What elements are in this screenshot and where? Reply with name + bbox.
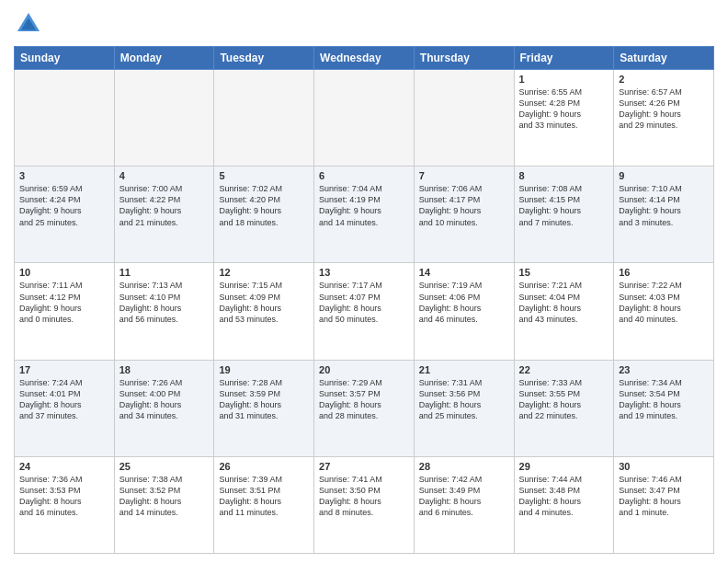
day-info: Sunrise: 7:46 AM Sunset: 3:47 PM Dayligh… bbox=[619, 474, 709, 519]
day-number: 21 bbox=[419, 364, 509, 375]
day-info: Sunrise: 7:29 AM Sunset: 3:57 PM Dayligh… bbox=[319, 377, 409, 422]
day-info: Sunrise: 7:41 AM Sunset: 3:50 PM Dayligh… bbox=[319, 474, 409, 519]
calendar-cell: 12Sunrise: 7:15 AM Sunset: 4:09 PM Dayli… bbox=[214, 263, 314, 360]
calendar-cell: 5Sunrise: 7:02 AM Sunset: 4:20 PM Daylig… bbox=[214, 167, 314, 263]
calendar-cell: 26Sunrise: 7:39 AM Sunset: 3:51 PM Dayli… bbox=[214, 456, 314, 553]
week-row-2: 3Sunrise: 6:59 AM Sunset: 4:24 PM Daylig… bbox=[15, 167, 714, 263]
day-number: 14 bbox=[419, 267, 509, 278]
day-number: 22 bbox=[519, 364, 609, 375]
day-number: 15 bbox=[519, 267, 609, 278]
weekday-header-friday: Friday bbox=[514, 47, 614, 70]
calendar-cell bbox=[114, 70, 214, 167]
calendar-cell: 30Sunrise: 7:46 AM Sunset: 3:47 PM Dayli… bbox=[614, 456, 714, 553]
calendar-cell: 19Sunrise: 7:28 AM Sunset: 3:59 PM Dayli… bbox=[214, 360, 314, 456]
day-number: 12 bbox=[219, 267, 309, 278]
day-info: Sunrise: 7:02 AM Sunset: 4:20 PM Dayligh… bbox=[219, 183, 309, 228]
calendar-cell: 8Sunrise: 7:08 AM Sunset: 4:15 PM Daylig… bbox=[514, 167, 614, 263]
day-info: Sunrise: 7:17 AM Sunset: 4:07 PM Dayligh… bbox=[319, 280, 409, 325]
day-number: 29 bbox=[519, 461, 609, 472]
day-number: 11 bbox=[119, 267, 210, 278]
calendar-cell: 21Sunrise: 7:31 AM Sunset: 3:56 PM Dayli… bbox=[414, 360, 514, 456]
day-number: 20 bbox=[319, 364, 409, 375]
calendar-cell: 28Sunrise: 7:42 AM Sunset: 3:49 PM Dayli… bbox=[414, 456, 514, 553]
week-row-4: 17Sunrise: 7:24 AM Sunset: 4:01 PM Dayli… bbox=[15, 360, 714, 456]
day-info: Sunrise: 7:26 AM Sunset: 4:00 PM Dayligh… bbox=[119, 377, 210, 422]
calendar-cell: 10Sunrise: 7:11 AM Sunset: 4:12 PM Dayli… bbox=[15, 263, 115, 360]
calendar-cell bbox=[414, 70, 514, 167]
day-info: Sunrise: 6:59 AM Sunset: 4:24 PM Dayligh… bbox=[19, 183, 109, 228]
calendar-header: SundayMondayTuesdayWednesdayThursdayFrid… bbox=[15, 47, 714, 70]
day-number: 2 bbox=[619, 74, 709, 85]
calendar-cell: 9Sunrise: 7:10 AM Sunset: 4:14 PM Daylig… bbox=[614, 167, 714, 263]
week-row-1: 1Sunrise: 6:55 AM Sunset: 4:28 PM Daylig… bbox=[15, 70, 714, 167]
day-number: 28 bbox=[419, 461, 509, 472]
day-info: Sunrise: 7:10 AM Sunset: 4:14 PM Dayligh… bbox=[619, 183, 709, 228]
day-number: 1 bbox=[519, 74, 609, 85]
calendar-cell: 13Sunrise: 7:17 AM Sunset: 4:07 PM Dayli… bbox=[314, 263, 415, 360]
day-number: 8 bbox=[519, 170, 609, 181]
calendar-body: 1Sunrise: 6:55 AM Sunset: 4:28 PM Daylig… bbox=[15, 70, 714, 554]
day-info: Sunrise: 7:11 AM Sunset: 4:12 PM Dayligh… bbox=[19, 280, 109, 325]
calendar-cell: 17Sunrise: 7:24 AM Sunset: 4:01 PM Dayli… bbox=[15, 360, 115, 456]
calendar-cell: 25Sunrise: 7:38 AM Sunset: 3:52 PM Dayli… bbox=[114, 456, 214, 553]
logo bbox=[14, 9, 47, 39]
day-info: Sunrise: 7:38 AM Sunset: 3:52 PM Dayligh… bbox=[119, 474, 210, 519]
calendar-cell: 27Sunrise: 7:41 AM Sunset: 3:50 PM Dayli… bbox=[314, 456, 415, 553]
calendar-cell: 2Sunrise: 6:57 AM Sunset: 4:26 PM Daylig… bbox=[614, 70, 714, 167]
weekday-header-thursday: Thursday bbox=[414, 47, 514, 70]
calendar-cell: 16Sunrise: 7:22 AM Sunset: 4:03 PM Dayli… bbox=[614, 263, 714, 360]
weekday-header-sunday: Sunday bbox=[15, 47, 115, 70]
calendar-cell: 29Sunrise: 7:44 AM Sunset: 3:48 PM Dayli… bbox=[514, 456, 614, 553]
day-info: Sunrise: 6:57 AM Sunset: 4:26 PM Dayligh… bbox=[619, 86, 709, 132]
calendar-cell bbox=[214, 70, 314, 167]
day-info: Sunrise: 7:22 AM Sunset: 4:03 PM Dayligh… bbox=[619, 280, 709, 325]
calendar-cell: 23Sunrise: 7:34 AM Sunset: 3:54 PM Dayli… bbox=[614, 360, 714, 456]
calendar-cell bbox=[314, 70, 415, 167]
day-number: 19 bbox=[219, 364, 309, 375]
day-number: 27 bbox=[319, 461, 409, 472]
calendar-cell: 20Sunrise: 7:29 AM Sunset: 3:57 PM Dayli… bbox=[314, 360, 415, 456]
calendar-cell: 11Sunrise: 7:13 AM Sunset: 4:10 PM Dayli… bbox=[114, 263, 214, 360]
day-number: 16 bbox=[619, 267, 709, 278]
weekday-header-wednesday: Wednesday bbox=[314, 47, 415, 70]
calendar-cell: 3Sunrise: 6:59 AM Sunset: 4:24 PM Daylig… bbox=[15, 167, 115, 263]
day-number: 7 bbox=[419, 170, 509, 181]
day-info: Sunrise: 7:13 AM Sunset: 4:10 PM Dayligh… bbox=[119, 280, 210, 325]
day-number: 18 bbox=[119, 364, 210, 375]
header bbox=[14, 9, 714, 39]
day-info: Sunrise: 7:39 AM Sunset: 3:51 PM Dayligh… bbox=[219, 474, 309, 519]
calendar-cell: 24Sunrise: 7:36 AM Sunset: 3:53 PM Dayli… bbox=[15, 456, 115, 553]
day-info: Sunrise: 7:42 AM Sunset: 3:49 PM Dayligh… bbox=[419, 474, 509, 519]
calendar-cell: 18Sunrise: 7:26 AM Sunset: 4:00 PM Dayli… bbox=[114, 360, 214, 456]
day-number: 26 bbox=[219, 461, 309, 472]
day-info: Sunrise: 7:19 AM Sunset: 4:06 PM Dayligh… bbox=[419, 280, 509, 325]
calendar-cell bbox=[15, 70, 115, 167]
day-number: 5 bbox=[219, 170, 309, 181]
day-info: Sunrise: 7:15 AM Sunset: 4:09 PM Dayligh… bbox=[219, 280, 309, 325]
day-info: Sunrise: 7:36 AM Sunset: 3:53 PM Dayligh… bbox=[19, 474, 109, 519]
day-info: Sunrise: 7:04 AM Sunset: 4:19 PM Dayligh… bbox=[319, 183, 409, 228]
day-number: 17 bbox=[19, 364, 109, 375]
weekday-header-tuesday: Tuesday bbox=[214, 47, 314, 70]
day-number: 30 bbox=[619, 461, 709, 472]
day-number: 24 bbox=[19, 461, 109, 472]
day-info: Sunrise: 7:21 AM Sunset: 4:04 PM Dayligh… bbox=[519, 280, 609, 325]
day-number: 3 bbox=[19, 170, 109, 181]
day-info: Sunrise: 7:06 AM Sunset: 4:17 PM Dayligh… bbox=[419, 183, 509, 228]
day-number: 25 bbox=[119, 461, 210, 472]
day-number: 10 bbox=[19, 267, 109, 278]
day-info: Sunrise: 7:00 AM Sunset: 4:22 PM Dayligh… bbox=[119, 183, 210, 228]
calendar-cell: 15Sunrise: 7:21 AM Sunset: 4:04 PM Dayli… bbox=[514, 263, 614, 360]
weekday-header-monday: Monday bbox=[114, 47, 214, 70]
day-info: Sunrise: 7:33 AM Sunset: 3:55 PM Dayligh… bbox=[519, 377, 609, 422]
calendar-cell: 6Sunrise: 7:04 AM Sunset: 4:19 PM Daylig… bbox=[314, 167, 415, 263]
day-info: Sunrise: 7:28 AM Sunset: 3:59 PM Dayligh… bbox=[219, 377, 309, 422]
day-number: 6 bbox=[319, 170, 409, 181]
day-number: 4 bbox=[119, 170, 210, 181]
calendar-table: SundayMondayTuesdayWednesdayThursdayFrid… bbox=[14, 46, 714, 554]
day-info: Sunrise: 7:31 AM Sunset: 3:56 PM Dayligh… bbox=[419, 377, 509, 422]
day-info: Sunrise: 6:55 AM Sunset: 4:28 PM Dayligh… bbox=[519, 86, 609, 132]
logo-icon bbox=[14, 9, 43, 39]
calendar-cell: 14Sunrise: 7:19 AM Sunset: 4:06 PM Dayli… bbox=[414, 263, 514, 360]
calendar-cell: 22Sunrise: 7:33 AM Sunset: 3:55 PM Dayli… bbox=[514, 360, 614, 456]
